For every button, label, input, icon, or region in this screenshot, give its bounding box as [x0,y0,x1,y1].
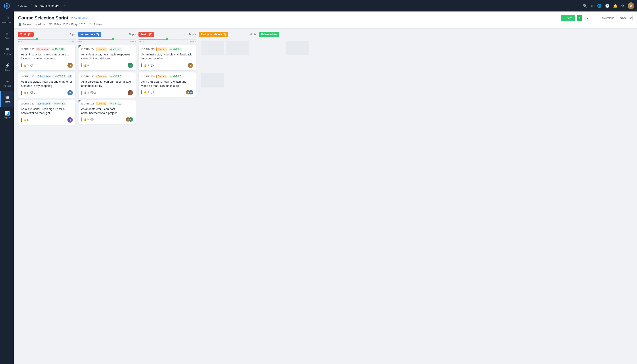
likes-stat: 👍3 [84,91,89,94]
sidebar-item-feed[interactable]: ≡ Feed [0,28,14,43]
like-icon: 👍 [144,64,147,67]
col-badge-inprogress: In progress (5) [78,32,101,37]
release-icon: ✈ [6,79,9,84]
card-more-dots[interactable]: ··· [30,118,33,122]
meta-pts: ⧉ 63 pts [35,23,46,26]
user-avatar[interactable]: A [628,2,634,9]
placeholder-card [286,41,309,55]
topnav-more-button[interactable]: ··· [62,4,70,8]
like-icon: 👍 [144,91,147,94]
card-footer-crr-i289: 👍8 💬1 ··· A G [141,90,193,94]
card-id-crr-i198: ⊡ CRR-I198 [81,102,94,105]
swimlane-select[interactable]: None [617,15,632,21]
comments-stat: 💬1 [151,64,156,67]
card-top-crr-i120: ⊡ CRR-I120 Subscription 🏷MVP 3.0 [21,102,73,105]
sidebar-item-dashboard[interactable]: ⊞ Dashboard [0,12,14,28]
card-type-icon: ⊡ [81,75,83,78]
tools-icon[interactable]: ⚙ [621,4,624,8]
tag-mvp-crr-i278: 🏷MVP 2.0 [52,75,66,78]
view-details-link[interactable]: View Details [71,16,87,20]
more-options-button[interactable]: ··· [593,14,600,21]
add-item-dropdown-button[interactable]: ▾ [577,15,582,21]
add-icon[interactable]: ⊕ [591,4,594,8]
card-avatar-crr-i204: D [128,63,133,68]
card-crr-i198[interactable]: ⊡ CRR-I198 Courses 🏷MVP 2.0 As an instru… [78,100,136,124]
placeholder-card-dashed [261,41,284,55]
sidebar-label-backlog: Backlog [4,53,11,56]
priority-indicator [81,91,82,95]
card-avatar-2: G [189,90,193,94]
tag-courses-crr-i293: Courses [96,75,107,78]
bell-icon[interactable]: 🔔 [613,4,617,8]
card-type-icon: ⊡ [81,48,83,50]
globe-icon[interactable]: 🌐 [597,4,602,8]
card-more-dots[interactable]: ··· [97,91,100,94]
likes-stat: 👍5 [24,118,29,122]
search-icon[interactable]: 🔍 [583,4,587,8]
sidebar-more-button[interactable]: ··· [0,352,14,364]
tag-subscription-crr-i120: Subscription [36,102,51,105]
col-slider-inprogress[interactable]: Min 1 Max 5 [78,39,136,43]
sidebar: ⊞ Dashboard ≡ Feed ☰ Backlog ⚡ Epics ✈ R… [0,12,14,364]
placeholder-card [201,73,224,88]
filter-button[interactable]: ⚲ [584,14,591,21]
card-footer-crr-i204: 👍8 D [81,63,133,68]
topnav-separator: / [31,4,32,8]
card-more-dots[interactable]: ··· [157,64,161,67]
pts-icon: ⧉ [35,23,37,26]
page-title: Course Selection Sprint [18,16,68,20]
feed-icon: ≡ [6,31,9,36]
card-avatar-crr-i278: B [68,90,73,96]
sidebar-item-backlog[interactable]: ☰ Backlog [0,43,14,59]
sidebar-item-release[interactable]: ✈ Release [0,75,14,91]
card-id-crr-i293: ⊡ CRR-I293 [81,75,94,78]
card-crr-i278[interactable]: ⊡ CRR-I278 Subscription 🏷MVP 2.0 +1 As a… [18,72,76,98]
card-crr-i289[interactable]: ⊡ CRR-I289 Courses 🏷MVP 2.0 As a partici… [138,72,196,97]
tag-mvp-crr-i198: 🏷MVP 2.0 [109,102,122,105]
placeholder-card-dashed [201,57,224,71]
card-more-dots[interactable]: ··· [97,118,100,121]
page-header-top: Course Selection Sprint View Details + I… [18,14,632,21]
col-slider-testit[interactable]: Min 1 Max 4 [138,39,196,43]
likes-stat: 👍8 [144,64,149,67]
topnav-links: Projects / E - learning library ··· [14,0,583,12]
like-icon: 👍 [84,118,87,121]
comments-stat: 💬2 [90,91,96,94]
placeholder-card-dashed [226,57,249,71]
clock-icon[interactable]: 🕐 [605,4,609,8]
card-more-dots[interactable]: ··· [157,90,161,94]
column-readytorelease: Ready to release (0) 0 pts [199,32,256,90]
author-name: Andrew [23,23,32,26]
add-item-button[interactable]: + Item [561,15,575,21]
app-logo[interactable] [0,0,14,12]
card-crr-i266[interactable]: ⊡ CRR-I266 Onboarding 🏷MVP 3.0 As an ins… [18,45,76,70]
col-pts-readytorelease: 0 pts [250,33,256,36]
sidebar-item-reports[interactable]: 📊 Reports [0,107,14,123]
sidebar-item-epics[interactable]: ⚡ Epics [0,59,14,75]
priority-indicator [81,118,82,122]
topnav-projects[interactable]: Projects [14,0,30,12]
col-slider-todo[interactable]: Min 1 Max 3 [18,39,76,43]
placeholder-card-dashed [261,57,284,71]
sidebar-item-board[interactable]: ▦ Board [0,91,14,107]
reports-icon: 📊 [5,111,10,116]
card-top-crr-i293: ⊡ CRR-I293 Courses 🏷MVP 2.0 [81,75,133,78]
column-todo: To do (3) 13 pts Min 1 Max 3 [18,32,76,127]
card-crr-i204[interactable]: ⊡ CRR-I204 Courses 🏷MVP 2.0 As an instru… [78,45,136,70]
card-top-crr-i266: ⊡ CRR-I266 Onboarding 🏷MVP 3.0 [21,48,73,51]
priority-indicator [21,91,22,95]
card-avatar-crr-i293: E [128,90,133,96]
slider-thumb-testit [166,38,168,40]
card-crr-i293[interactable]: ⊡ CRR-I293 Courses 🏷MVP 2.0 As a partici… [78,72,136,98]
card-crr-i215[interactable]: ⊡ CRR-I215 Courses 🏷MVP 3.0 As an instru… [138,45,196,70]
card-type-icon: ⊡ [141,48,143,50]
tag-mvp-crr-i215: 🏷MVP 3.0 [169,48,182,51]
mvp-icon: 🏷 [54,75,56,78]
col-pts-testit: 24 pts [189,33,196,36]
slider-track-inprogress [78,39,136,40]
col-badge-released: Released (0) [259,32,279,37]
placeholder-card [201,41,224,55]
col-pts-todo: 13 pts [68,33,76,36]
topnav-elearning[interactable]: E - learning library [32,0,62,12]
card-crr-i120[interactable]: ⊡ CRR-I120 Subscription 🏷MVP 3.0 As a si… [18,100,76,125]
